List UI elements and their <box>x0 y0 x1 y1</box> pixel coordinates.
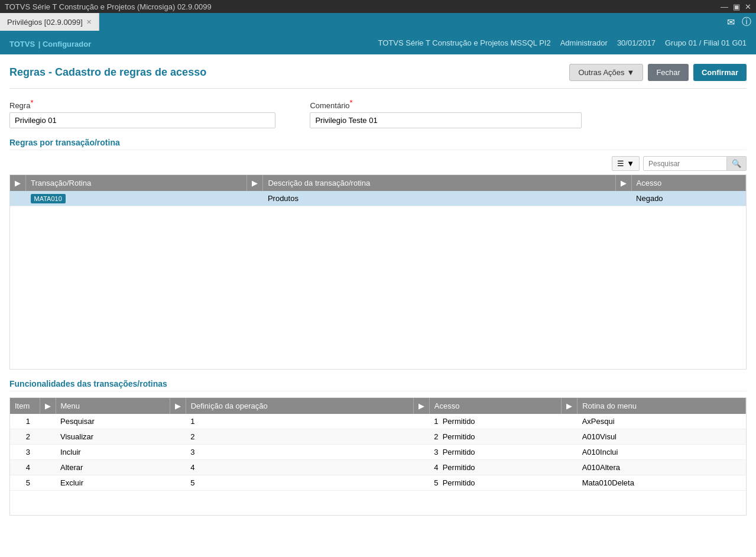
row-sep <box>40 475 56 491</box>
row-sep2 <box>170 429 186 445</box>
row-sep4 <box>562 445 577 460</box>
help-icon[interactable]: ⓘ <box>742 16 751 28</box>
row-sep <box>40 429 56 445</box>
page-actions: Outras Ações ▼ Fechar Confirmar <box>569 64 747 81</box>
table-row[interactable]: 4 Alterar 4 4 Permitido A010Altera <box>10 460 746 475</box>
row-descricao: Produtos <box>263 191 615 206</box>
row-item: 5 <box>10 475 40 491</box>
row-acesso: 4 Permitido <box>429 460 561 475</box>
regra-input[interactable] <box>9 112 275 128</box>
page-header: Regras - Cadastro de regras de acesso Ou… <box>9 64 747 89</box>
tab-close-icon[interactable]: ✕ <box>86 18 92 26</box>
app-meta: TOTVS Série T Construção e Projetos MSSQ… <box>378 38 747 47</box>
tab-label: Privilégios [02.9.0099] <box>7 18 83 27</box>
tab-bar-icons: ✉ ⓘ <box>727 13 756 31</box>
search-button[interactable]: 🔍 <box>726 157 746 170</box>
row-sep4 <box>562 429 577 445</box>
row-definicao: 3 <box>186 445 413 460</box>
title-bar: TOTVS Série T Construção e Projetos (Mic… <box>0 0 756 13</box>
page-title: Regras - Cadastro de regras de acesso <box>9 66 206 79</box>
row-sep4 <box>562 460 577 475</box>
row-sep <box>40 414 56 429</box>
form-row: Regra* Comentário* <box>9 98 747 128</box>
maximize-button[interactable]: ▣ <box>733 2 740 11</box>
row-acesso: 1 Permitido <box>429 414 561 429</box>
col-arrow-icon2: ▶ <box>621 179 627 187</box>
dropdown-arrow-icon: ▼ <box>627 159 634 168</box>
search-box: 🔍 <box>643 156 747 171</box>
row-definicao: 1 <box>186 414 413 429</box>
col-acesso[interactable]: Acesso <box>631 175 745 191</box>
search-input[interactable] <box>644 157 726 170</box>
dropdown-arrow-icon: ▼ <box>627 68 635 77</box>
row-menu: Pesquisar <box>56 414 170 429</box>
col-arrow-icon5: ▶ <box>418 401 424 410</box>
comentario-field: Comentário* <box>310 98 747 128</box>
row-definicao: 2 <box>186 429 413 445</box>
row-acesso: 3 Permitido <box>429 445 561 460</box>
comentario-input[interactable] <box>310 112 582 128</box>
tab-privilegios[interactable]: Privilégios [02.9.0099] ✕ <box>0 13 99 31</box>
row-sep2 <box>170 414 186 429</box>
minimize-button[interactable]: ― <box>721 2 728 11</box>
row-sep3 <box>413 445 429 460</box>
confirm-button[interactable]: Confirmar <box>693 64 747 81</box>
row-transacao: MATA010 <box>26 191 247 206</box>
row-acesso: 5 Permitido <box>429 475 561 491</box>
col-expand: ▶ <box>10 175 26 191</box>
col-item[interactable]: Item <box>10 398 40 414</box>
grid2-scroll[interactable]: Item ▶ Menu ▶ Definição da operação ▶ Ac… <box>9 397 747 516</box>
window-title: TOTVS Série T Construção e Projetos (Mic… <box>5 2 212 11</box>
comentario-label: Comentário* <box>310 98 747 110</box>
table-row[interactable]: 5 Excluir 5 5 Permitido Mata010Deleta <box>10 475 746 491</box>
mail-icon[interactable]: ✉ <box>727 17 735 28</box>
regra-label: Regra* <box>9 98 300 110</box>
row-expand <box>10 191 26 206</box>
row-sep3 <box>413 460 429 475</box>
col-definicao[interactable]: Definição da operação <box>186 398 413 414</box>
table-row[interactable]: 1 Pesquisar 1 1 Permitido AxPesqui <box>10 414 746 429</box>
bottom-section: Funcionalidades das transações/rotinas I… <box>9 379 747 516</box>
columns-button[interactable]: ☰ ▼ <box>612 156 640 171</box>
row-sep2 <box>170 475 186 491</box>
grid1-scroll[interactable]: ▶ Transação/Rotina ▶ Descrição da transa… <box>9 174 747 370</box>
col-menu[interactable]: Menu <box>56 398 170 414</box>
col-acesso2[interactable]: Acesso <box>429 398 561 414</box>
col-rotina[interactable]: Rotina do menu <box>577 398 746 414</box>
table-row[interactable]: 2 Visualizar 2 2 Permitido A010Visul <box>10 429 746 445</box>
row-item: 1 <box>10 414 40 429</box>
row-sep <box>247 191 263 206</box>
row-item: 2 <box>10 429 40 445</box>
row-sep2 <box>170 445 186 460</box>
table-row[interactable]: 3 Incluir 3 3 Permitido A010Inclui <box>10 445 746 460</box>
close-button[interactable]: ✕ <box>745 2 751 11</box>
col-descricao[interactable]: Descrição da transação/rotina <box>263 175 615 191</box>
row-acesso: Negado <box>631 191 745 206</box>
row-menu: Visualizar <box>56 429 170 445</box>
app-header: TOTVS | Configurador TOTVS Série T Const… <box>0 31 756 54</box>
row-acesso: 2 Permitido <box>429 429 561 445</box>
row-sep4 <box>562 414 577 429</box>
col-sep5: ▶ <box>413 398 429 414</box>
system-name: TOTVS Série T Construção e Projetos MSSQ… <box>378 38 551 47</box>
user-name: Administrador <box>560 38 608 47</box>
row-sep <box>40 460 56 475</box>
row-rotina: A010Visul <box>577 429 746 445</box>
other-actions-button[interactable]: Outras Ações ▼ <box>569 64 643 81</box>
col-transacao[interactable]: Transação/Rotina <box>26 175 247 191</box>
section1-title: Regras por transação/rotina <box>9 138 747 150</box>
col-arrow-icon4: ▶ <box>175 401 181 410</box>
table-row[interactable]: MATA010 Produtos Negado <box>10 191 746 206</box>
row-definicao: 5 <box>186 475 413 491</box>
tab-bar: Privilégios [02.9.0099] ✕ ✉ ⓘ <box>0 13 756 31</box>
col-sep1: ▶ <box>247 175 263 191</box>
row-rotina: AxPesqui <box>577 414 746 429</box>
regra-field: Regra* <box>9 98 300 128</box>
grid2-table: Item ▶ Menu ▶ Definição da operação ▶ Ac… <box>10 398 746 491</box>
row-rotina: A010Altera <box>577 460 746 475</box>
row-menu: Incluir <box>56 445 170 460</box>
col-sep3: ▶ <box>40 398 56 414</box>
date: 30/01/2017 <box>617 38 656 47</box>
row-menu: Excluir <box>56 475 170 491</box>
close-button[interactable]: Fechar <box>648 64 688 81</box>
